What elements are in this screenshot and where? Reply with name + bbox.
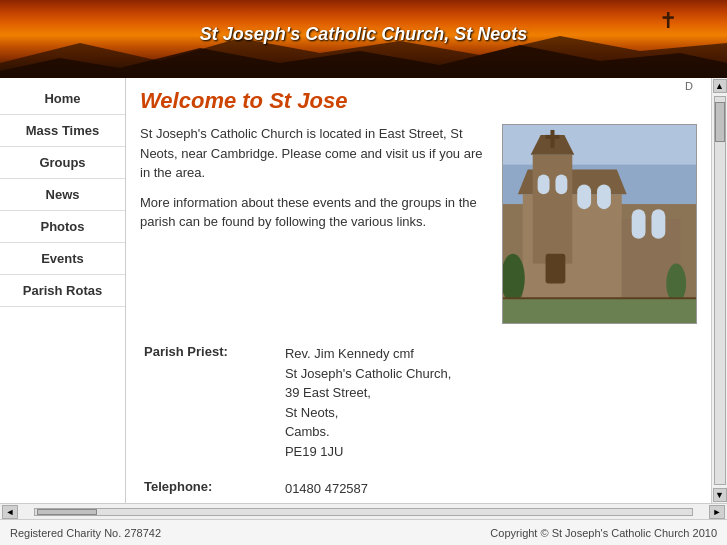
svg-rect-17 bbox=[632, 209, 646, 239]
telephone-row: Telephone: 01480 472587 bbox=[140, 473, 697, 503]
scroll-thumb[interactable] bbox=[715, 102, 725, 142]
svg-rect-21 bbox=[503, 298, 696, 323]
svg-rect-10 bbox=[546, 135, 560, 139]
scroll-up-button[interactable]: ▲ bbox=[713, 79, 727, 93]
scroll-left-button[interactable]: ◄ bbox=[2, 505, 18, 519]
cross-icon: ✝ bbox=[659, 8, 677, 34]
vertical-scrollbar[interactable]: ▲ ▼ bbox=[711, 78, 727, 503]
sidebar-item-parish-rotas[interactable]: Parish Rotas bbox=[0, 275, 125, 307]
parish-priest-row: Parish Priest: Rev. Jim Kennedy cmf St J… bbox=[140, 338, 697, 467]
intro-para-1: St Joseph's Catholic Church is located i… bbox=[140, 124, 490, 183]
sidebar-item-mass-times[interactable]: Mass Times bbox=[0, 115, 125, 147]
sidebar-item-events[interactable]: Events bbox=[0, 243, 125, 275]
site-title: St Joseph's Catholic Church, St Neots bbox=[200, 24, 527, 45]
scroll-track[interactable] bbox=[714, 96, 726, 485]
svg-rect-15 bbox=[546, 254, 566, 284]
svg-rect-12 bbox=[555, 175, 567, 195]
d-indicator: D bbox=[685, 80, 693, 92]
main-content: D Welcome to St Jose St Joseph's Catholi… bbox=[126, 78, 711, 503]
sidebar-item-photos[interactable]: Photos bbox=[0, 211, 125, 243]
sidebar-item-groups[interactable]: Groups bbox=[0, 147, 125, 179]
page-footer: Registered Charity No. 278742 Copyright … bbox=[0, 519, 727, 545]
svg-rect-7 bbox=[533, 155, 573, 264]
charity-number: Registered Charity No. 278742 bbox=[10, 527, 161, 539]
sidebar-nav: Home Mass Times Groups News Photos Event… bbox=[0, 78, 126, 503]
copyright-text: Copyright © St Joseph's Catholic Church … bbox=[490, 527, 717, 539]
svg-rect-9 bbox=[551, 130, 555, 148]
svg-rect-13 bbox=[577, 184, 591, 209]
parish-priest-label: Parish Priest: bbox=[140, 338, 281, 467]
page-header: ✝ St Joseph's Catholic Church, St Neots bbox=[0, 0, 727, 78]
parish-info-table: Parish Priest: Rev. Jim Kennedy cmf St J… bbox=[140, 338, 697, 503]
scroll-right-button[interactable]: ► bbox=[709, 505, 725, 519]
welcome-heading: Welcome to St Jose bbox=[140, 88, 697, 114]
horizontal-scrollbar[interactable]: ◄ ► bbox=[0, 503, 727, 519]
intro-text: St Joseph's Catholic Church is located i… bbox=[140, 124, 490, 324]
church-photo bbox=[502, 124, 697, 324]
svg-rect-11 bbox=[538, 175, 550, 195]
svg-rect-14 bbox=[597, 184, 611, 209]
sidebar-item-news[interactable]: News bbox=[0, 179, 125, 211]
scroll-down-button[interactable]: ▼ bbox=[713, 488, 727, 502]
hscroll-thumb[interactable] bbox=[37, 509, 97, 515]
sidebar-item-home[interactable]: Home bbox=[0, 83, 125, 115]
telephone-label: Telephone: bbox=[140, 473, 281, 503]
telephone-value: 01480 472587 bbox=[281, 473, 697, 503]
parish-priest-value: Rev. Jim Kennedy cmf St Joseph's Catholi… bbox=[281, 338, 697, 467]
intro-para-2: More information about these events and … bbox=[140, 193, 490, 232]
hscroll-track[interactable] bbox=[34, 508, 693, 516]
svg-rect-18 bbox=[651, 209, 665, 239]
